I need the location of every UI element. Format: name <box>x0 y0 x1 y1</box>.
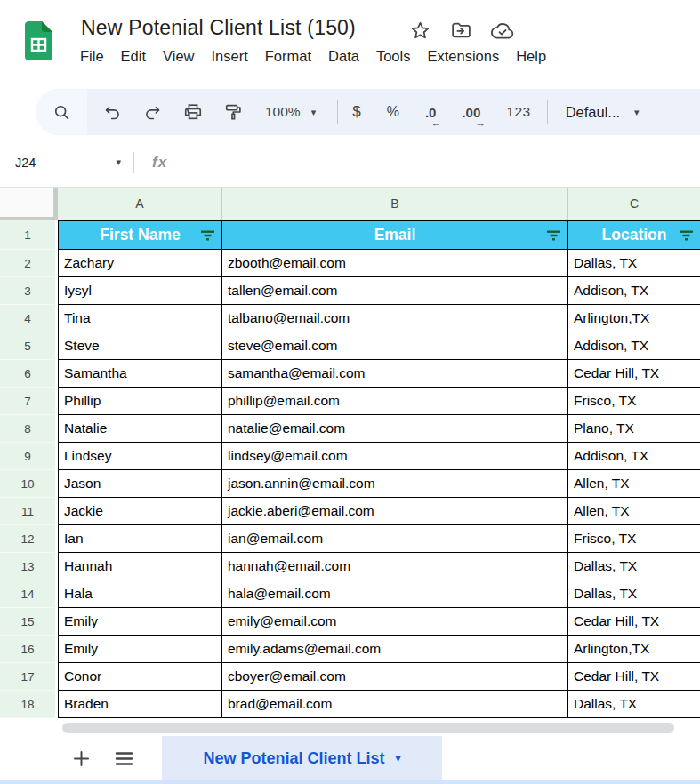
undo-button[interactable] <box>103 103 122 122</box>
row-header[interactable]: 4 <box>0 305 58 332</box>
cell-location[interactable]: Cedar Hill, TX <box>568 608 700 636</box>
row-header[interactable]: 9 <box>0 443 58 470</box>
sheet-tab-active[interactable]: New Potenial Client List ▾ <box>162 736 442 780</box>
cell-first-name[interactable]: Jason <box>58 470 222 498</box>
cell-first-name[interactable]: Emily <box>58 608 222 636</box>
cell-first-name[interactable]: Samantha <box>58 360 222 388</box>
row-header[interactable]: 18 <box>0 691 58 718</box>
row-header[interactable]: 16 <box>0 636 58 663</box>
row-header[interactable]: 7 <box>0 388 58 415</box>
fx-icon[interactable]: fx <box>152 154 167 172</box>
filter-icon[interactable] <box>546 229 561 241</box>
horizontal-scrollbar[interactable] <box>62 723 674 733</box>
cell-email[interactable]: zbooth@email.com <box>222 250 568 277</box>
cell-location[interactable]: Allen, TX <box>568 498 700 525</box>
row-header[interactable]: 8 <box>0 415 58 443</box>
cell-first-name[interactable]: Tina <box>58 305 222 332</box>
menu-edit[interactable]: Edit <box>121 48 146 65</box>
sheets-logo-icon[interactable] <box>25 21 52 60</box>
print-button[interactable] <box>183 102 203 122</box>
filter-icon[interactable] <box>679 229 694 241</box>
decrease-decimal-button[interactable]: .0← <box>425 105 437 120</box>
document-title[interactable]: New Potenial Client List (150) <box>81 16 356 40</box>
add-sheet-button[interactable] <box>66 743 96 773</box>
cell-location[interactable]: Arlington,TX <box>568 305 700 332</box>
row-header-1[interactable]: 1 <box>0 220 58 250</box>
row-header[interactable]: 6 <box>0 360 58 388</box>
font-selector[interactable]: Defaul... ▾ <box>566 104 640 121</box>
cell-location[interactable]: Cedar Hill, TX <box>568 663 700 691</box>
cell-first-name[interactable]: Braden <box>58 691 222 718</box>
header-cell-location[interactable]: Location <box>568 220 700 250</box>
menu-view[interactable]: View <box>163 48 194 65</box>
cell-first-name[interactable]: Emily <box>58 636 222 663</box>
menu-help[interactable]: Help <box>516 48 546 65</box>
row-header[interactable]: 15 <box>0 608 58 636</box>
cell-first-name[interactable]: Hannah <box>58 553 222 580</box>
cell-location[interactable]: Frisco, TX <box>568 525 700 553</box>
paint-format-button[interactable] <box>224 102 244 122</box>
cell-first-name[interactable]: Jackie <box>58 498 222 525</box>
cell-first-name[interactable]: Lindsey <box>58 443 222 470</box>
cell-email[interactable]: tallen@email.com <box>222 277 568 305</box>
redo-button[interactable] <box>143 103 162 122</box>
cell-email[interactable]: jason.annin@email.com <box>222 470 568 498</box>
row-header[interactable]: 14 <box>0 580 58 608</box>
cell-first-name[interactable]: Zachary <box>58 250 222 277</box>
cloud-saved-icon[interactable] <box>490 20 515 42</box>
cell-email[interactable]: cboyer@email.com <box>222 663 568 691</box>
cell-email[interactable]: phillip@email.com <box>222 388 568 415</box>
cell-location[interactable]: Frisco, TX <box>568 388 700 415</box>
cell-location[interactable]: Dallas, TX <box>568 553 700 580</box>
cell-first-name[interactable]: Conor <box>58 663 222 691</box>
row-header[interactable]: 10 <box>0 470 58 498</box>
menu-insert[interactable]: Insert <box>212 48 248 65</box>
cell-location[interactable]: Arlington,TX <box>568 636 700 663</box>
cell-first-name[interactable]: Natalie <box>58 415 222 443</box>
search-button[interactable] <box>36 89 87 135</box>
menu-data[interactable]: Data <box>328 48 359 65</box>
cell-first-name[interactable]: Iysyl <box>58 277 222 305</box>
menu-format[interactable]: Format <box>265 48 311 65</box>
row-header[interactable]: 2 <box>0 250 58 277</box>
menu-extensions[interactable]: Extensions <box>427 48 499 65</box>
number-format-button[interactable]: 123 <box>506 104 530 120</box>
cell-email[interactable]: jackie.aberi@email.com <box>222 498 568 525</box>
row-header[interactable]: 5 <box>0 332 58 360</box>
cell-location[interactable]: Dallas, TX <box>568 691 700 718</box>
cell-location[interactable]: Allen, TX <box>568 470 700 498</box>
row-header[interactable]: 17 <box>0 663 58 691</box>
cell-location[interactable]: Dallas, TX <box>568 250 700 277</box>
cell-email[interactable]: steve@email.com <box>222 332 568 360</box>
cell-email[interactable]: emily.adams@email.com <box>222 636 568 663</box>
cell-location[interactable]: Dallas, TX <box>568 580 700 608</box>
cell-email[interactable]: ian@email.com <box>222 525 568 553</box>
menu-file[interactable]: File <box>80 48 104 65</box>
cell-first-name[interactable]: Phillip <box>58 388 222 415</box>
cell-first-name[interactable]: Ian <box>58 525 222 553</box>
column-header-b[interactable]: B <box>222 188 568 220</box>
row-header[interactable]: 11 <box>0 498 58 525</box>
cell-location[interactable]: Addison, TX <box>568 277 700 305</box>
row-header[interactable]: 13 <box>0 553 58 580</box>
currency-format-button[interactable]: $ <box>352 103 360 121</box>
cell-email[interactable]: brad@email.com <box>222 691 568 718</box>
star-icon[interactable] <box>409 20 431 42</box>
increase-decimal-button[interactable]: .00→ <box>462 105 480 120</box>
filter-icon[interactable] <box>200 229 215 241</box>
cell-email[interactable]: emily@email.com <box>222 608 568 636</box>
cell-email[interactable]: samantha@email.com <box>222 360 568 388</box>
cell-first-name[interactable]: Hala <box>58 580 222 608</box>
cell-email[interactable]: hannah@email.com <box>222 553 568 580</box>
cell-location[interactable]: Plano, TX <box>568 415 700 443</box>
cell-location[interactable]: Addison, TX <box>568 443 700 470</box>
cell-email[interactable]: hala@email.com <box>222 580 568 608</box>
percent-format-button[interactable]: % <box>387 104 399 120</box>
cell-location[interactable]: Cedar Hill, TX <box>568 360 700 388</box>
column-header-a[interactable]: A <box>58 188 222 220</box>
menu-tools[interactable]: Tools <box>376 48 411 65</box>
zoom-control[interactable]: 100% ▾ <box>265 104 316 120</box>
cell-email[interactable]: talbano@email.com <box>222 305 568 332</box>
row-header[interactable]: 3 <box>0 277 58 305</box>
row-header[interactable]: 12 <box>0 525 58 553</box>
